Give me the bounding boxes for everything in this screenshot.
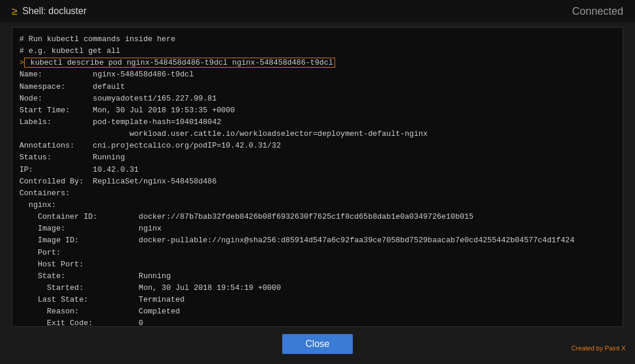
terminal-data-line: Port: bbox=[19, 247, 616, 259]
terminal-line: # e.g. kubectl get all bbox=[19, 45, 616, 57]
data-value: nginx bbox=[139, 224, 162, 233]
terminal-data-line: Last State: Terminated bbox=[19, 294, 616, 306]
data-key: Controlled By: bbox=[19, 177, 93, 186]
app-title: Shell: docluster bbox=[22, 6, 86, 16]
data-key: Exit Code: bbox=[19, 319, 139, 326]
data-value: Mon, 30 Jul 2018 19:53:35 +0000 bbox=[93, 106, 235, 115]
data-key: Start Time: bbox=[19, 106, 93, 115]
data-key: Last State: bbox=[19, 295, 139, 304]
data-key: Name: bbox=[19, 70, 93, 79]
terminal-data-line: Controlled By: ReplicaSet/nginx-548458d4… bbox=[19, 176, 616, 188]
header-bar: ≥ Shell: docluster Connected bbox=[0, 0, 635, 22]
terminal-data-line: State: Running bbox=[19, 271, 616, 282]
terminal-plain-line: nginx: bbox=[19, 199, 616, 211]
data-key: Port: bbox=[19, 248, 139, 257]
terminal-content[interactable]: # Run kubectl commands inside here# e.g.… bbox=[12, 28, 623, 326]
data-key: Status: bbox=[19, 153, 93, 162]
terminal-data-line: Name: nginx-548458d486-t9dcl bbox=[19, 69, 616, 81]
terminal-data-line: Start Time: Mon, 30 Jul 2018 19:53:35 +0… bbox=[19, 105, 616, 116]
terminal-data-line: Host Port: bbox=[19, 259, 616, 271]
data-value: Completed bbox=[139, 307, 180, 316]
terminal-data-line: Node: soumyadotest1/165.227.99.81 bbox=[19, 93, 616, 105]
terminal-data-line: IP: 10.42.0.31 bbox=[19, 164, 616, 176]
data-value: default bbox=[93, 82, 125, 91]
data-key: Namespace: bbox=[19, 82, 93, 91]
data-key: Reason: bbox=[19, 307, 139, 316]
data-key: Image ID: bbox=[19, 236, 139, 245]
data-value: Terminated bbox=[139, 295, 185, 304]
data-value: docker://87b7bab32fdeb8426b08f6932630f76… bbox=[139, 212, 474, 221]
data-key: IP: bbox=[19, 165, 93, 174]
terminal-data-line: Reason: Completed bbox=[19, 306, 616, 318]
data-value: Running bbox=[139, 272, 171, 280]
data-value: 10.42.0.31 bbox=[93, 165, 139, 174]
terminal-data-line: Namespace: default bbox=[19, 81, 616, 93]
terminal-data-line: Exit Code: 0 bbox=[19, 318, 616, 326]
terminal-plain-line: workload.user.cattle.io/workloadselector… bbox=[19, 128, 616, 140]
cmd-text: kubectl describe pod nginx-548458d486-t9… bbox=[24, 58, 335, 68]
terminal-data-line: Container ID: docker://87b7bab32fdeb8426… bbox=[19, 211, 616, 223]
terminal-data-line: Image ID: docker-pullable://nginx@sha256… bbox=[19, 235, 616, 246]
terminal-line: # Run kubectl commands inside here bbox=[19, 34, 616, 45]
data-value: Mon, 30 Jul 2018 19:54:19 +0000 bbox=[139, 283, 281, 292]
data-value: pod-template-hash=1040148042 bbox=[93, 118, 221, 126]
terminal-data-line: Started: Mon, 30 Jul 2018 19:54:19 +0000 bbox=[19, 282, 616, 294]
data-value: Running bbox=[93, 153, 125, 162]
terminal-data-line: Annotations: cni.projectcalico.org/podIP… bbox=[19, 140, 616, 152]
header-title: ≥ Shell: docluster bbox=[12, 5, 86, 18]
data-value: cni.projectcalico.org/podIP=10.42.0.31/3… bbox=[93, 141, 281, 150]
terminal-data-line: Image: nginx bbox=[19, 223, 616, 235]
data-value: docker-pullable://nginx@sha256:d85914d54… bbox=[139, 236, 574, 245]
terminal-plain-line: Containers: bbox=[19, 188, 616, 199]
terminal-window: # Run kubectl commands inside here# e.g.… bbox=[12, 27, 623, 327]
data-value: ReplicaSet/nginx-548458d486 bbox=[93, 177, 217, 186]
data-key: Host Port: bbox=[19, 260, 139, 269]
footer-area: Close Created by Paint X bbox=[0, 334, 635, 354]
data-key: Started: bbox=[19, 283, 139, 292]
close-button[interactable]: Close bbox=[282, 334, 353, 354]
data-key: Node: bbox=[19, 94, 93, 103]
data-value: soumyadotest1/165.227.99.81 bbox=[93, 94, 217, 103]
data-value: 0 bbox=[139, 319, 143, 326]
terminal-data-line: Labels: pod-template-hash=1040148042 bbox=[19, 116, 616, 128]
connection-status: Connected bbox=[572, 5, 623, 18]
prompt-char: > bbox=[19, 58, 24, 67]
terminal-command-line: > kubectl describe pod nginx-548458d486-… bbox=[19, 57, 616, 69]
data-key: Container ID: bbox=[19, 212, 139, 221]
data-key: State: bbox=[19, 272, 139, 280]
data-value: nginx-548458d486-t9dcl bbox=[93, 70, 194, 79]
prompt-icon: ≥ bbox=[12, 5, 18, 18]
watermark: Created by Paint X bbox=[572, 345, 626, 352]
data-key: Annotations: bbox=[19, 141, 93, 150]
data-key: Image: bbox=[19, 224, 139, 233]
terminal-data-line: Status: Running bbox=[19, 152, 616, 163]
data-key: Labels: bbox=[19, 118, 93, 126]
